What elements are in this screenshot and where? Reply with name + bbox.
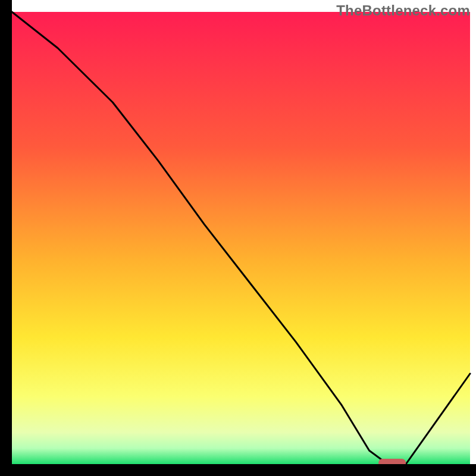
- x-axis: [0, 464, 476, 476]
- gradient-background: [12, 12, 470, 464]
- chart-svg: [0, 0, 476, 476]
- watermark-text: TheBottleneck.com: [336, 2, 470, 19]
- y-axis: [0, 0, 12, 476]
- bottleneck-chart: TheBottleneck.com: [0, 0, 476, 476]
